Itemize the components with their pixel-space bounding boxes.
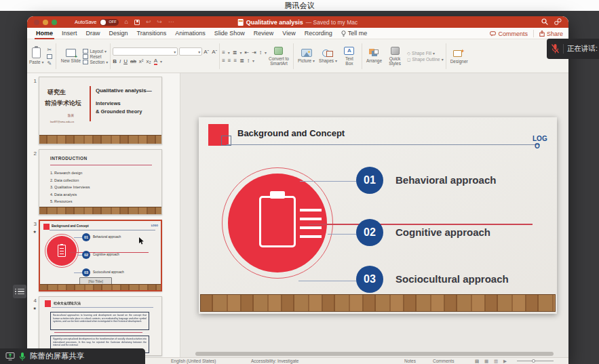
notes-button[interactable]: Notes xyxy=(404,359,416,363)
close-button[interactable] xyxy=(34,20,39,25)
text-direction-button[interactable]: ↕ xyxy=(247,58,250,64)
minimize-button[interactable] xyxy=(43,20,48,25)
text-box-button[interactable]: A Text Box xyxy=(339,40,360,73)
font-size-select[interactable]: ▾ xyxy=(179,47,202,56)
picture-button[interactable]: Picture ▾ xyxy=(296,40,317,73)
align-right-button[interactable]: ≡ xyxy=(234,58,237,64)
autosave-toggle[interactable]: AutoSave OFF xyxy=(75,19,119,26)
autosave-switch[interactable]: OFF xyxy=(100,19,119,26)
underline-button[interactable]: U xyxy=(123,58,128,64)
accessibility-status[interactable]: Accessibility: Investigate xyxy=(251,359,298,363)
connector-line-2 xyxy=(328,234,358,235)
maximize-button[interactable] xyxy=(52,20,57,25)
align-left-button[interactable]: ≡ xyxy=(222,58,225,64)
slide-3-thumbnail[interactable]: Background and Concept LOGO xyxy=(39,220,162,291)
shape-fill-button[interactable]: ◇Shape Fill▾ xyxy=(407,51,444,56)
divider xyxy=(563,44,564,54)
tab-design[interactable]: Design xyxy=(109,30,128,37)
numbering-button[interactable]: ≣ xyxy=(233,49,237,56)
list-item: 2. Data collection xyxy=(50,177,90,184)
animation-star-icon: ★ xyxy=(33,229,37,234)
slide-4-thumbnail[interactable]: 社会文化理论方法 Sociocultural approaches to lea… xyxy=(39,296,162,356)
redo-icon[interactable]: ↪ xyxy=(157,19,163,25)
horizontal-scrollbar[interactable] xyxy=(195,352,554,356)
connector-line-1 xyxy=(300,181,358,182)
tab-insert[interactable]: Insert xyxy=(62,30,77,37)
wood-floor xyxy=(39,135,161,144)
tab-slide-show[interactable]: Slide Show xyxy=(214,30,245,37)
bullets-button[interactable]: ≡ xyxy=(222,49,225,56)
tab-view[interactable]: View xyxy=(282,30,295,37)
slide-2-thumbnail[interactable]: INTRODUCTION 1. Research design 2. Data … xyxy=(39,149,162,215)
reset-button[interactable]: Reset xyxy=(83,54,108,59)
language-status[interactable]: English (United States) xyxy=(171,359,216,363)
format-painter-icon[interactable]: ✎ xyxy=(47,60,52,67)
zoom-slider-knob[interactable] xyxy=(532,359,535,363)
section-button[interactable]: Section▾ xyxy=(83,60,108,64)
grow-font-button[interactable]: Aˆ xyxy=(204,49,209,55)
layout-button[interactable]: Layout▾ xyxy=(83,49,108,54)
indent-button[interactable]: ⇥ xyxy=(252,49,256,56)
justify-button[interactable]: ≣ xyxy=(239,58,244,64)
undo-icon[interactable]: ↩ xyxy=(146,19,151,25)
meeting-window-title: 腾讯会议 xyxy=(285,1,315,11)
home-icon[interactable]: ⌂ xyxy=(125,19,128,25)
slide-1-thumbnail[interactable]: 研究生 前沿学术论坛 陈蕾 lezi87@smu.edu.cn Qualitat… xyxy=(39,77,162,144)
zoom-slider[interactable] xyxy=(517,361,554,361)
paste-button[interactable]: Paste ▾ xyxy=(27,40,45,73)
outdent-button[interactable]: ⇤ xyxy=(245,49,250,56)
normal-view-icon[interactable]: ▤ xyxy=(475,359,479,364)
share-button[interactable]: Share xyxy=(539,31,563,37)
convert-smartart-button[interactable]: Convert toSmartArt xyxy=(267,40,291,73)
comments-status-button[interactable]: Comments xyxy=(433,359,454,363)
smartart-icon xyxy=(274,47,283,55)
font-color-button[interactable]: A xyxy=(154,58,157,65)
screen-share-banner[interactable]: 陈蕾的屏幕共享 xyxy=(0,348,145,364)
document-name: Qualitative analysis xyxy=(246,19,303,26)
subscript-button[interactable]: x₂ xyxy=(147,58,151,64)
paste-icon xyxy=(32,47,41,58)
shrink-font-button[interactable]: Aˇ xyxy=(212,49,217,55)
arrange-button[interactable]: Arrange xyxy=(364,40,384,73)
slideshow-icon[interactable]: ▶ xyxy=(503,359,507,364)
meeting-list-button[interactable] xyxy=(13,285,26,298)
copy-icon[interactable] xyxy=(47,54,52,59)
mouse-cursor xyxy=(139,237,144,245)
microphone-muted-icon[interactable] xyxy=(551,43,560,54)
tab-review[interactable]: Review xyxy=(254,30,274,37)
align-center-button[interactable]: ≡ xyxy=(228,58,231,64)
search-icon[interactable] xyxy=(541,18,548,25)
line-spacing-button[interactable]: ↕ xyxy=(259,49,262,56)
font-name-select[interactable]: ▾ xyxy=(113,47,178,56)
designer-button[interactable]: ✦ Designer xyxy=(448,40,470,73)
ribbon: Paste ▾ ✂ ✎ New Slide Layout▾ Reset Sect… xyxy=(27,40,568,73)
toggle-knob xyxy=(100,20,106,25)
tab-recording[interactable]: Recording xyxy=(305,30,332,37)
tab-home[interactable]: Home xyxy=(36,30,53,37)
item-label-3: Sociocultural approach xyxy=(395,273,509,285)
current-slide[interactable]: Background and Concept LOG O xyxy=(199,117,557,314)
comments-button[interactable]: Comments xyxy=(490,31,528,37)
reading-view-icon[interactable]: ▥ xyxy=(494,359,498,364)
quick-styles-button[interactable]: Quick Styles xyxy=(384,40,406,73)
share-link-icon[interactable] xyxy=(554,18,562,25)
shapes-button[interactable]: Shapes ▾ xyxy=(317,40,339,73)
shape-outline-button[interactable]: ◻Shape Outline▾ xyxy=(407,57,444,62)
superscript-button[interactable]: x² xyxy=(139,58,144,64)
share-icon xyxy=(539,31,545,37)
sorter-view-icon[interactable]: ▦ xyxy=(484,359,488,364)
speaking-indicator-panel[interactable]: 正在讲话: xyxy=(547,39,599,59)
tab-transitions[interactable]: Transitions xyxy=(137,30,167,37)
arrange-icon xyxy=(369,49,379,57)
list-item: 4. Data analysis xyxy=(50,191,90,199)
tab-animations[interactable]: Animations xyxy=(175,30,206,37)
tab-draw[interactable]: Draw xyxy=(86,30,100,37)
tell-me-button[interactable]: Tell me xyxy=(341,30,368,37)
strikethrough-button[interactable]: ab xyxy=(130,58,136,64)
new-slide-button[interactable]: New Slide xyxy=(58,40,83,73)
italic-button[interactable]: I xyxy=(119,58,121,64)
bold-button[interactable]: B xyxy=(113,58,117,64)
cut-icon[interactable]: ✂ xyxy=(47,46,52,54)
save-icon[interactable] xyxy=(134,20,140,25)
more-icon[interactable]: ⋯ xyxy=(168,19,174,25)
